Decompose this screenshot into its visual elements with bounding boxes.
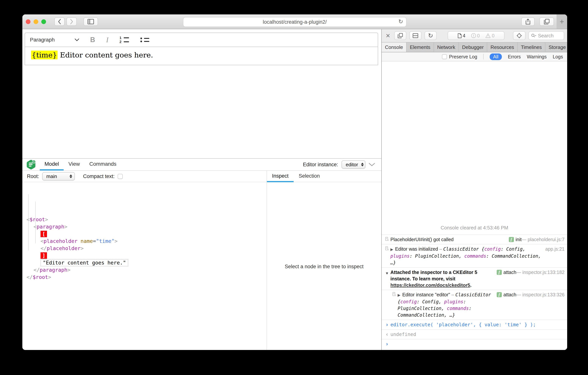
bold-icon: B — [90, 36, 95, 44]
console-row-prompt[interactable]: › — [382, 339, 567, 350]
scope-all[interactable]: All — [490, 54, 502, 60]
model-tree[interactable]: <$root><paragraph>[<placeholder name="ti… — [22, 182, 267, 350]
share-icon — [525, 19, 530, 25]
bulleted-list-button[interactable] — [140, 38, 149, 42]
sidebar-toggle-button[interactable] — [84, 17, 98, 26]
tabs-icon — [544, 19, 550, 24]
model-tree-node[interactable]: <$root> — [27, 216, 267, 223]
reload-icon: ↻ — [428, 33, 433, 39]
devtools-tab-timelines[interactable]: Timelines — [518, 43, 545, 52]
close-window-button[interactable] — [26, 19, 31, 24]
heading-dropdown[interactable]: Paragraph — [30, 33, 79, 47]
model-tree-node[interactable]: <placeholder name="time"> — [27, 238, 267, 245]
address-bar[interactable]: localhost/creating-a-plugin2/ ↻ — [183, 17, 407, 27]
scope-errors[interactable]: Errors — [508, 54, 521, 60]
detach-devtools-button[interactable] — [394, 31, 406, 40]
tab-selection[interactable]: Selection — [294, 171, 325, 182]
model-tree-node[interactable]: [ — [27, 230, 267, 238]
model-tree-node[interactable]: </placeholder> — [27, 245, 267, 252]
tab-commands[interactable]: Commands — [84, 159, 121, 170]
devtools-search-field[interactable]: Search — [528, 31, 564, 40]
italic-button[interactable]: I — [106, 36, 109, 44]
console-source-location[interactable]: fattach — inspector.js:133:326 — [497, 291, 565, 298]
console-source-location[interactable]: fattach — inspector.js:133:182 — [497, 269, 565, 276]
collapse-inspector-chevron-icon[interactable] — [369, 163, 375, 166]
chevron-left-icon — [58, 19, 61, 24]
placeholder-widget[interactable]: {time} — [31, 51, 58, 59]
prompt-icon: › — [384, 341, 390, 347]
tab-overview-button[interactable] — [539, 17, 554, 26]
model-tree-node[interactable]: "Editor content goes here." — [27, 259, 267, 266]
console-message-text: ▶Editor was initialized – ClassicEditor … — [390, 246, 543, 266]
ckeditor-logo: 5 — [22, 159, 40, 170]
error-octagon-icon — [471, 33, 476, 38]
plus-icon: + — [560, 17, 564, 26]
console-message-text: ▶Editor instance "editor" – ClassicEdito… — [398, 291, 494, 318]
reload-page-button[interactable]: ↻ — [425, 31, 437, 40]
editor-content[interactable]: {time} Editor content goes here. — [25, 47, 378, 65]
italic-icon: I — [106, 36, 109, 44]
disclosure-triangle[interactable]: ▶ — [390, 247, 393, 251]
back-button[interactable] — [54, 17, 65, 26]
page-reload-icon[interactable]: ↻ — [398, 18, 403, 25]
zoom-window-button[interactable] — [41, 19, 46, 24]
numbered-list-button[interactable]: 1 2 — [120, 37, 129, 43]
issues-summary[interactable]: 4 0 — [448, 31, 504, 40]
console-row-log[interactable]: ▶Editor was initialized – ClassicEditor … — [382, 244, 567, 267]
devtools-tab-network[interactable]: Network — [434, 43, 459, 52]
preserve-log-checkbox[interactable] — [442, 54, 447, 59]
console-source-location[interactable]: app.js:21 — [545, 246, 565, 252]
ckeditor-inspector: 5 Model View Commands Editor instance: e… — [22, 158, 381, 350]
element-picker-button[interactable] — [513, 31, 525, 40]
bold-button[interactable]: B — [90, 36, 95, 44]
scope-logs[interactable]: Logs — [553, 54, 563, 60]
indent-guide — [35, 201, 36, 243]
error-count[interactable]: 0 — [471, 33, 480, 38]
devtools-tab-resources[interactable]: Resources — [487, 43, 517, 52]
model-tree-node[interactable]: ] — [27, 252, 267, 259]
console-message-text: editor.execute( 'placeholder', { value: … — [390, 321, 565, 328]
minimize-window-button[interactable] — [33, 19, 38, 24]
console-message-text: PlaceholderUI#init() got called — [390, 236, 506, 243]
share-button[interactable] — [521, 17, 535, 26]
console-row-result[interactable]: ‹undefined — [382, 329, 567, 339]
compact-text-checkbox[interactable] — [118, 174, 123, 179]
devtools-tab-elements[interactable]: Elements — [407, 43, 434, 52]
close-devtools-button[interactable]: ✕ — [385, 33, 391, 39]
devtools-tab-storage[interactable]: Storage — [545, 43, 567, 52]
select-steppers-icon — [70, 174, 72, 178]
function-badge-icon: f — [509, 237, 514, 242]
disclosure-triangle[interactable]: ▶ — [398, 293, 400, 297]
tab-inspect[interactable]: Inspect — [267, 171, 294, 182]
editor-instance-select[interactable]: editor — [342, 160, 365, 169]
console-row-input[interactable]: ›editor.execute( 'placeholder', { value:… — [382, 320, 567, 329]
preserve-log-label: Preserve Log — [449, 54, 477, 60]
console-row-log[interactable]: ▼Attached the inspector to a CKEditor 5 … — [382, 267, 567, 290]
tab-view[interactable]: View — [64, 159, 84, 170]
detach-icon — [398, 33, 403, 38]
model-tree-node[interactable]: </$root> — [27, 274, 267, 281]
devtools-tab-debugger[interactable]: Debugger — [459, 43, 487, 52]
console-row-log[interactable]: PlaceholderUI#init() got calledfinit — p… — [382, 234, 567, 244]
new-tab-button[interactable]: + — [556, 14, 567, 29]
scope-warnings[interactable]: Warnings — [527, 54, 547, 60]
console-source-location[interactable]: finit — placeholderui.js:7 — [509, 236, 565, 243]
document-count[interactable]: 4 — [458, 33, 465, 38]
devtools-tab-console[interactable]: Console — [382, 43, 407, 52]
url-text: localhost/creating-a-plugin2/ — [263, 19, 327, 25]
web-inspector: ✕ ↻ — [381, 29, 567, 350]
console-pane[interactable]: Console cleared at 4:53:46 PM Placeholde… — [382, 61, 567, 350]
root-select[interactable]: main — [42, 172, 75, 180]
warning-triangle-icon — [485, 33, 491, 38]
chevron-right-icon — [70, 19, 73, 24]
console-row-log[interactable]: ▶Editor instance "editor" – ClassicEdito… — [382, 290, 567, 320]
tab-model[interactable]: Model — [40, 159, 64, 170]
model-tree-node[interactable]: <paragraph> — [27, 223, 267, 230]
forward-button[interactable] — [66, 17, 77, 26]
console-link[interactable]: https://ckeditor.com/docs/ckeditor5 — [390, 283, 470, 288]
caret-down-icon[interactable]: ▼ — [384, 269, 390, 276]
crosshair-icon — [516, 33, 522, 38]
model-tree-node[interactable]: </paragraph> — [27, 266, 267, 274]
dock-side-button[interactable] — [409, 31, 421, 40]
warning-count[interactable]: 0 — [485, 33, 494, 38]
